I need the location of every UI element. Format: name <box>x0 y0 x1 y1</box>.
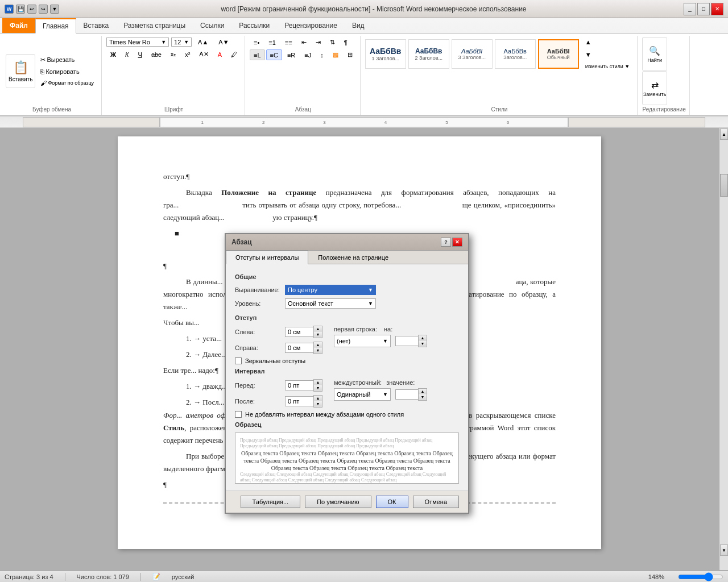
sort-button[interactable]: ⇅ <box>326 37 339 48</box>
bullet-list-button[interactable]: ≡• <box>250 37 263 48</box>
zoom-slider[interactable] <box>678 572 723 581</box>
after-down[interactable]: ▼ <box>314 401 322 407</box>
indent-right-input[interactable] <box>285 343 313 353</box>
default-button[interactable]: По умолчанию <box>305 496 371 508</box>
tab-button[interactable]: Табуляция... <box>241 496 301 508</box>
number-list-button[interactable]: ≡1 <box>264 37 280 48</box>
first-line-select[interactable]: (нет) ▼ <box>334 335 391 347</box>
tab-layout[interactable]: Разметка страницы <box>116 18 193 33</box>
scroll-thumb[interactable] <box>720 174 728 197</box>
before-up[interactable]: ▲ <box>314 380 322 385</box>
highlight-button[interactable]: 🖊 <box>227 49 241 60</box>
style-heading3[interactable]: АаБбВI3 Заголов... <box>452 39 493 69</box>
bold-button[interactable]: Ж <box>106 49 120 60</box>
multi-list-button[interactable]: ≡≡ <box>281 37 296 48</box>
indent-right-up[interactable]: ▲ <box>314 342 322 348</box>
after-input[interactable] <box>285 396 313 406</box>
justify-button[interactable]: ≡J <box>300 49 315 60</box>
tab-view[interactable]: Вид <box>345 18 372 33</box>
align-right-button[interactable]: ≡R <box>283 49 299 60</box>
spacing-value-down[interactable]: ▼ <box>419 394 427 400</box>
first-line-by-input[interactable] <box>395 336 418 346</box>
font-shrink-button[interactable]: A▼ <box>214 37 233 47</box>
line-spacing-select[interactable]: Одинарный ▼ <box>334 388 391 401</box>
first-line-arrow[interactable]: ▼ <box>383 338 388 344</box>
quick-access-undo[interactable]: ↩ <box>27 5 36 14</box>
cut-button[interactable]: ✂ Вырезать <box>36 55 98 65</box>
paste-button[interactable]: 📋 Вставить <box>6 54 35 88</box>
first-line-by-down[interactable]: ▼ <box>419 341 427 347</box>
level-arrow[interactable]: ▼ <box>368 301 373 306</box>
style-normal[interactable]: АаБбВIОбычный <box>538 39 579 69</box>
dialog-tab-position[interactable]: Положение на странице <box>308 251 398 264</box>
mirror-indent-checkbox[interactable] <box>235 357 242 364</box>
cancel-button[interactable]: Отмена <box>413 496 459 508</box>
styles-scroll-down[interactable]: ▼ <box>581 49 634 60</box>
change-styles-button[interactable]: Изменить стили ▼ <box>581 62 634 71</box>
indent-right-arrows: ▲ ▼ <box>313 342 322 354</box>
styles-scroll-up[interactable]: ▲ <box>581 37 634 47</box>
copy-button[interactable]: ⎘ Копировать <box>36 66 98 77</box>
indent-left-up[interactable]: ▲ <box>314 326 322 332</box>
tab-mailings[interactable]: Рассылки <box>231 18 277 33</box>
indent-right-down[interactable]: ▼ <box>314 348 322 354</box>
italic-button[interactable]: К <box>121 49 133 60</box>
no-space-checkbox[interactable] <box>235 411 242 418</box>
subscript-button[interactable]: x₂ <box>167 49 180 60</box>
font-name-arrow[interactable]: ▼ <box>161 39 166 45</box>
superscript-button[interactable]: x² <box>181 49 194 60</box>
ok-button[interactable]: ОК <box>376 496 408 508</box>
border-button[interactable]: ⊞ <box>344 49 357 60</box>
paragraph-mark-button[interactable]: ¶ <box>340 37 351 48</box>
align-center-button[interactable]: ≡C <box>266 49 282 60</box>
spacing-value-up[interactable]: ▲ <box>419 389 427 394</box>
minimize-button[interactable]: _ <box>684 3 696 15</box>
style-heading4[interactable]: АаБбВвЗаголов... <box>495 39 536 69</box>
line-spacing-arrow[interactable]: ▼ <box>383 392 388 397</box>
replace-button[interactable]: ⇄ Заменить <box>642 71 667 105</box>
close-button[interactable]: ✕ <box>711 3 723 15</box>
shading-button[interactable]: ▩ <box>329 49 342 60</box>
indent-left-input[interactable] <box>285 327 313 337</box>
dialog-help-button[interactable]: ? <box>441 238 451 247</box>
quick-access-redo[interactable]: ↪ <box>39 5 48 14</box>
font-name-box[interactable]: Times New Ro ▼ <box>106 38 169 47</box>
text-color-button[interactable]: A <box>214 49 226 60</box>
quick-access-save[interactable]: 💾 <box>16 5 25 14</box>
style-heading1[interactable]: АаБбВв1 Заголов... <box>365 39 406 69</box>
find-button[interactable]: 🔍 Найти <box>642 37 667 71</box>
scroll-down-button[interactable]: ▼ <box>720 544 728 556</box>
scroll-up-button[interactable]: ▲ <box>720 128 728 140</box>
format-painter-button[interactable]: 🖌 Формат по образцу <box>36 78 98 88</box>
align-left-button[interactable]: ≡L <box>250 49 265 60</box>
dialog-close-button[interactable]: ✕ <box>452 238 462 247</box>
vertical-scrollbar[interactable]: ▲ ▼ <box>719 128 728 570</box>
first-line-by-up[interactable]: ▲ <box>419 335 427 341</box>
quick-access-more[interactable]: ▼ <box>50 5 59 14</box>
alignment-select[interactable]: По центру ▼ <box>285 285 376 295</box>
increase-indent-button[interactable]: ⇥ <box>312 37 325 48</box>
tab-file[interactable]: Файл <box>2 18 35 33</box>
tab-insert[interactable]: Вставка <box>76 18 117 33</box>
underline-button[interactable]: Ч <box>134 49 146 60</box>
decrease-indent-button[interactable]: ⇤ <box>297 37 311 48</box>
maximize-button[interactable]: □ <box>697 3 710 15</box>
line-spacing-button[interactable]: ↕ <box>316 49 328 60</box>
level-select[interactable]: Основной текст ▼ <box>285 298 376 309</box>
before-input[interactable] <box>285 380 313 390</box>
font-grow-button[interactable]: A▲ <box>194 37 212 47</box>
style-heading2[interactable]: АаБбВв2 Заголов... <box>408 39 449 69</box>
before-down[interactable]: ▼ <box>314 385 322 391</box>
clear-format-button[interactable]: A✕ <box>195 49 212 60</box>
font-size-box[interactable]: 12 ▼ <box>171 38 192 47</box>
strikethrough-button[interactable]: abc <box>147 49 166 60</box>
tab-home[interactable]: Главная <box>35 18 76 34</box>
alignment-arrow[interactable]: ▼ <box>368 287 373 293</box>
indent-left-down[interactable]: ▼ <box>314 332 322 338</box>
after-up[interactable]: ▲ <box>314 396 322 401</box>
tab-references[interactable]: Ссылки <box>193 18 231 33</box>
tab-review[interactable]: Рецензирование <box>277 18 345 33</box>
dialog-tab-indent[interactable]: Отступы и интервалы <box>226 251 308 264</box>
spacing-value-input[interactable] <box>395 389 418 400</box>
font-size-arrow[interactable]: ▼ <box>184 39 189 45</box>
